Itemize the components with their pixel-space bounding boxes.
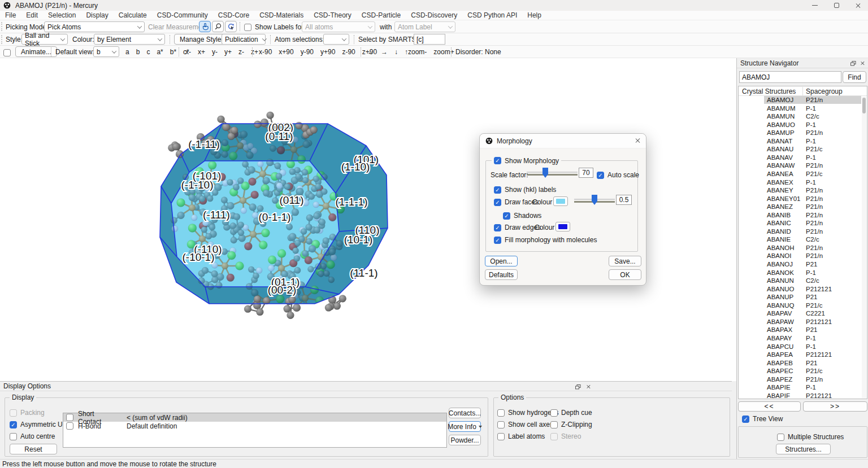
close-panel-button[interactable] (584, 383, 592, 390)
colour-select[interactable]: by Element (94, 34, 165, 45)
structure-row-abanib[interactable]: ABANIBP21/n (739, 211, 867, 220)
menu-item-csd-materials[interactable]: CSD-Materials (254, 11, 309, 20)
zoom-zoom-button[interactable]: zoom- (405, 46, 430, 57)
scrollbar-thumb[interactable] (862, 98, 866, 113)
structure-row-abapax[interactable]: ABAPAXP21 (739, 326, 867, 334)
menu-item-edit[interactable]: Edit (21, 11, 43, 20)
translate-arrow--button[interactable]: ↓ (391, 46, 401, 57)
show-hkl-labels-checkbox[interactable] (494, 186, 501, 194)
structure-row-abapeb[interactable]: ABAPEBP21 (739, 359, 867, 368)
multiple-structures-checkbox[interactable] (777, 434, 784, 441)
reset-button[interactable]: Reset (10, 444, 57, 454)
draw-faces-checkbox[interactable] (494, 199, 501, 206)
auto-centre-checkbox[interactable] (10, 433, 17, 440)
smarts-input[interactable]: [c] (414, 34, 445, 45)
structure-row-abanok[interactable]: ABANOKP-1 (739, 269, 867, 277)
default-view-select[interactable]: b (93, 46, 119, 57)
rotate-step-x-button[interactable]: x- (182, 46, 194, 57)
structure-row-abaney[interactable]: ABANEYP21/n (739, 186, 867, 195)
slider-thumb[interactable] (592, 195, 597, 205)
menu-item-file[interactable]: File (0, 11, 21, 20)
depth-cue-checkbox[interactable] (550, 409, 558, 417)
rotate-step-x-button[interactable]: x+ (194, 46, 209, 57)
rotate90-x90-button[interactable]: x+90 (275, 46, 297, 57)
z-clipping-checkbox[interactable] (550, 421, 558, 428)
next-structure-button[interactable]: >> (803, 401, 867, 412)
shadows-checkbox[interactable] (503, 212, 510, 220)
structure-row-abamoj[interactable]: ABAMOJP21/n (739, 96, 867, 104)
structure-row-abanid[interactable]: ABANIDP21/n (739, 228, 867, 236)
ok-button[interactable]: OK (609, 269, 641, 280)
structure-row-abanex[interactable]: ABANEXP-1 (739, 178, 867, 187)
show-labels-checkbox[interactable] (244, 24, 251, 31)
structure-row-abapif[interactable]: ABAPIFP212121 (739, 392, 867, 399)
translate-arrow--button[interactable]: ← (364, 46, 377, 57)
scale-factor-value[interactable]: 70 (579, 168, 593, 178)
faces-opacity-value[interactable]: 0.5 (616, 195, 632, 205)
structure-row-abanea[interactable]: ABANEAP21/c (739, 170, 867, 178)
rotate-step-y-button[interactable]: y+ (221, 46, 235, 57)
menu-item-selection[interactable]: Selection (43, 11, 81, 20)
fill-morphology-checkbox[interactable] (494, 237, 501, 244)
contact-row-short-contact[interactable]: Short Contact< (sum of vdW radii) (63, 413, 446, 422)
structure-row-abanez[interactable]: ABANEZP21/n (739, 203, 867, 211)
structure-row-abamup[interactable]: ABAMUPP21/n (739, 129, 867, 137)
style-preset-select[interactable]: Publication (222, 34, 266, 45)
packing-checkbox[interactable] (10, 409, 17, 417)
toolbar-grip[interactable] (1, 22, 3, 31)
navigator-scrollbar[interactable] (862, 97, 866, 398)
structure-row-abanie[interactable]: ABANIEC2/c (739, 235, 867, 244)
menu-item-csd-core[interactable]: CSD-Core (213, 11, 254, 20)
atom-selections-select[interactable] (323, 34, 349, 45)
slider-thumb[interactable] (542, 168, 548, 178)
label-atoms-checkbox[interactable] (497, 433, 505, 440)
contact-checkbox[interactable] (66, 414, 73, 421)
close-button[interactable] (848, 0, 868, 11)
rotate-step-z-button[interactable]: z- (235, 46, 248, 57)
auto-scale-checkbox[interactable] (597, 172, 604, 179)
rotate90-z90-button[interactable]: z-90 (338, 46, 358, 57)
col-spacegroup[interactable]: Spacegroup (806, 88, 843, 95)
structure-row-abanav[interactable]: ABANAVP-1 (739, 154, 867, 162)
structures-button[interactable]: Structures... (776, 444, 831, 454)
structure-row-abanoi[interactable]: ABANOIP21/n (739, 252, 867, 260)
toolbar-grip[interactable] (1, 35, 3, 44)
structure-row-abamun[interactable]: ABAMUNC2/c (739, 112, 867, 121)
structure-row-abapay[interactable]: ABAPAYP-1 (739, 334, 867, 343)
save-button[interactable]: Save... (609, 256, 641, 266)
structure-row-abanic[interactable]: ABANICP21/n (739, 219, 867, 228)
structure-row-abanuq[interactable]: ABANUQP21/c (739, 301, 867, 310)
animate-checkbox[interactable] (3, 49, 11, 56)
structure-row-abapaw[interactable]: ABAPAWP212121 (739, 318, 867, 326)
faces-opacity-slider[interactable] (574, 195, 615, 205)
structure-row-abamuo[interactable]: ABAMUOP-1 (739, 121, 867, 129)
structure-row-abapie[interactable]: ABAPIEP-1 (739, 383, 867, 392)
menu-item-csd-particle[interactable]: CSD-Particle (357, 11, 406, 20)
rotate-mode-button[interactable] (225, 21, 237, 32)
structure-row-abamum[interactable]: ABAMUMP-1 (739, 104, 867, 113)
stereo-checkbox[interactable] (550, 433, 558, 440)
show-cell-axes-checkbox[interactable] (497, 421, 505, 428)
menu-item-csd-python-api[interactable]: CSD Python API (462, 11, 522, 20)
rotate90-y90-button[interactable]: y-90 (297, 46, 317, 57)
edges-colour-swatch[interactable] (555, 222, 570, 231)
translate-arrow--button[interactable]: → (377, 46, 391, 57)
measure-distance-button[interactable] (212, 21, 224, 32)
menu-item-csd-theory[interactable]: CSD-Theory (309, 11, 357, 20)
open-button[interactable]: Open... (485, 256, 518, 266)
rotate90-x90-button[interactable]: x-90 (255, 46, 275, 57)
col-crystal-structures[interactable]: Crystal Structures (742, 88, 796, 95)
float-panel-button[interactable] (849, 60, 857, 67)
structure-row-abanau[interactable]: ABANAUP21/c (739, 145, 867, 154)
rotate-step-y-button[interactable]: y- (209, 46, 221, 57)
contacts-button[interactable]: Contacts... (449, 408, 481, 418)
structure-row-abanat[interactable]: ABANATP-1 (739, 137, 867, 146)
structure-row-abapav[interactable]: ABAPAVC2221 (739, 309, 867, 318)
faces-colour-swatch[interactable] (553, 196, 568, 206)
close-panel-button[interactable] (858, 60, 866, 67)
morphology-dialog-titlebar[interactable]: Morphology (480, 134, 646, 148)
more-info-button[interactable]: More Info (449, 421, 481, 432)
view-axis-a-button[interactable]: a (122, 46, 133, 57)
structure-row-abapec[interactable]: ABAPECP21/c (739, 367, 867, 375)
contact-row-h-bond[interactable]: H-BondDefault definition (63, 422, 446, 430)
